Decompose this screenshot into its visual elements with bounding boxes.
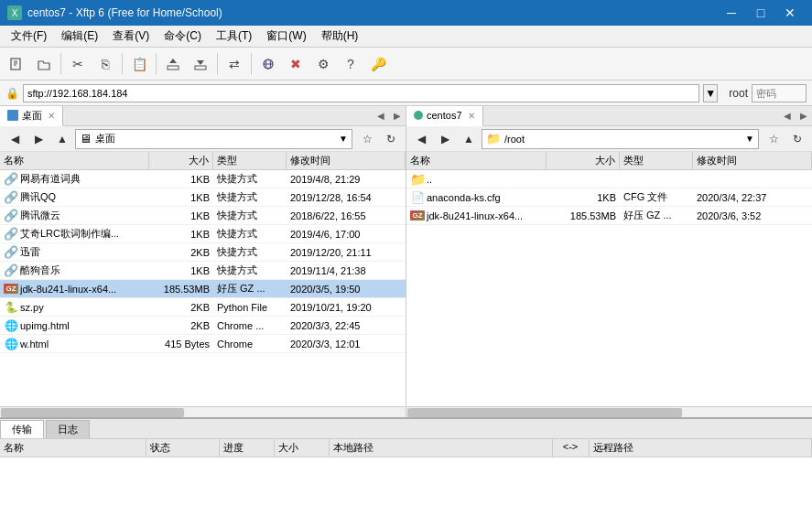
- remote-path-dropdown-arrow: ▼: [745, 134, 754, 144]
- local-file-row[interactable]: 🌐 upimg.html 2KB Chrome ... 2020/3/3, 22…: [0, 317, 406, 335]
- centos-icon: [414, 111, 423, 120]
- local-tab-label: 桌面: [22, 109, 42, 123]
- local-back-button[interactable]: ◀: [4, 129, 26, 149]
- transfer-col-arrow: <->: [553, 439, 590, 457]
- remote-file-row[interactable]: GZ jdk-8u241-linux-x64... 185.53MB 好压 GZ…: [406, 207, 812, 225]
- remote-col-size[interactable]: 大小: [547, 152, 620, 169]
- transfer-col-progress: 进度: [220, 439, 275, 457]
- local-col-size[interactable]: 大小: [149, 152, 213, 169]
- local-file-list[interactable]: 名称 大小 类型 修改时间 🔗 网易有道词典 1KB 快捷方式 2019/4/8…: [0, 152, 406, 406]
- local-hscroll[interactable]: [0, 406, 406, 417]
- sync-button[interactable]: ⇄: [222, 51, 247, 77]
- paste-button[interactable]: 📋: [126, 51, 152, 77]
- remote-prev-tab[interactable]: ◀: [779, 106, 796, 126]
- help-button[interactable]: ?: [338, 51, 363, 77]
- local-tab-bar: 桌面 ✕ ◀ ▶: [0, 106, 406, 126]
- menu-view[interactable]: 查看(V): [105, 27, 157, 46]
- svg-rect-4: [168, 66, 179, 70]
- local-tab-close[interactable]: ✕: [48, 111, 55, 121]
- local-file-row[interactable]: GZ jdk-8u241-linux-x64... 185.53MB 好压 GZ…: [0, 280, 406, 298]
- disconnect-button[interactable]: ✖: [283, 51, 309, 77]
- download-button[interactable]: [188, 51, 213, 77]
- close-button[interactable]: ✕: [775, 0, 805, 26]
- local-file-row[interactable]: 🔗 腾讯QQ 1KB 快捷方式 2019/12/28, 16:54: [0, 188, 406, 207]
- remote-file-row[interactable]: 📁 ..: [406, 170, 812, 188]
- cut-button[interactable]: ✂: [65, 51, 91, 77]
- remote-next-tab[interactable]: ▶: [796, 106, 812, 126]
- local-nav-bar: ◀ ▶ ▲ 🖥 桌面 ▼ ☆ ↻: [0, 126, 406, 152]
- local-tab-desktop[interactable]: 桌面 ✕: [0, 106, 63, 126]
- upload-button[interactable]: [160, 51, 186, 77]
- svg-rect-0: [11, 59, 20, 70]
- local-forward-button[interactable]: ▶: [27, 129, 49, 149]
- local-file-row[interactable]: 🔗 网易有道词典 1KB 快捷方式 2019/4/8, 21:29: [0, 170, 406, 188]
- transfer-tab-log[interactable]: 日志: [46, 420, 90, 438]
- open-button[interactable]: [31, 51, 57, 77]
- transfer-col-size: 大小: [275, 439, 330, 457]
- local-file-row[interactable]: 🐍 sz.py 2KB Python File 2019/10/21, 19:2…: [0, 298, 406, 317]
- local-next-tab[interactable]: ▶: [389, 106, 406, 126]
- remote-back-button[interactable]: ◀: [410, 129, 432, 149]
- remote-file-row[interactable]: 📄 anaconda-ks.cfg 1KB CFG 文件 2020/3/4, 2…: [406, 188, 812, 207]
- local-up-button[interactable]: ▲: [51, 129, 73, 149]
- desktop-icon: [7, 110, 18, 121]
- menu-tools[interactable]: 工具(T): [209, 27, 259, 46]
- menu-file[interactable]: 文件(F): [4, 27, 54, 46]
- license-button[interactable]: 🔑: [365, 51, 391, 77]
- maximize-button[interactable]: □: [746, 0, 775, 26]
- globe-button[interactable]: [255, 51, 281, 77]
- remote-path-dropdown[interactable]: 📁 /root ▼: [482, 129, 759, 149]
- menu-edit[interactable]: 编辑(E): [54, 27, 105, 46]
- local-file-row[interactable]: 🌐 w.html 415 Bytes Chrome 2020/3/3, 12:0…: [0, 335, 406, 353]
- toolbar: ✂ ⎘ 📋 ⇄ ✖ ⚙ ? 🔑: [0, 48, 812, 81]
- remote-tab-close[interactable]: ✕: [468, 111, 475, 121]
- local-bookmark-button[interactable]: ☆: [356, 129, 378, 149]
- remote-forward-button[interactable]: ▶: [434, 129, 456, 149]
- remote-file-list[interactable]: 名称 大小 类型 修改时间 📁 .. 📄 anaconda-ks.cfg 1KB…: [406, 152, 812, 406]
- address-input[interactable]: [23, 84, 699, 102]
- remote-col-type[interactable]: 类型: [620, 152, 693, 169]
- local-file-row[interactable]: 🔗 酷狗音乐 1KB 快捷方式 2019/11/4, 21:38: [0, 262, 406, 280]
- menu-command[interactable]: 命令(C): [157, 27, 209, 46]
- menu-bar: 文件(F) 编辑(E) 查看(V) 命令(C) 工具(T) 窗口(W) 帮助(H…: [0, 26, 812, 48]
- password-input[interactable]: [752, 84, 807, 102]
- transfer-col-name: 名称: [0, 439, 146, 457]
- remote-tab-bar: centos7 ✕ ◀ ▶: [406, 106, 812, 126]
- local-col-name[interactable]: 名称: [0, 152, 149, 169]
- remote-refresh-button[interactable]: ↻: [786, 129, 808, 149]
- local-file-row[interactable]: 🔗 艾奇LRC歌词制作编... 1KB 快捷方式 2019/4/6, 17:00: [0, 225, 406, 243]
- title-bar: X centos7 - Xftp 6 (Free for Home/School…: [0, 0, 812, 26]
- remote-up-button[interactable]: ▲: [458, 129, 480, 149]
- user-label: root: [729, 87, 748, 100]
- panes-area: 桌面 ✕ ◀ ▶ ◀ ▶ ▲ 🖥 桌面 ▼ ☆ ↻ 名称 大小 类型: [0, 106, 812, 417]
- local-refresh-button[interactable]: ↻: [380, 129, 402, 149]
- remote-hscroll[interactable]: [406, 406, 812, 417]
- lock-icon: 🔒: [5, 87, 19, 100]
- transfer-tab-transfer[interactable]: 传输: [0, 420, 44, 438]
- local-file-header: 名称 大小 类型 修改时间: [0, 152, 406, 170]
- remote-bookmark-button[interactable]: ☆: [763, 129, 785, 149]
- transfer-body: [0, 457, 812, 527]
- svg-rect-6: [195, 66, 206, 70]
- window-controls: ─ □ ✕: [717, 0, 805, 26]
- copy-button[interactable]: ⎘: [92, 51, 118, 77]
- new-session-button[interactable]: [4, 51, 29, 77]
- remote-col-date[interactable]: 修改时间: [693, 152, 812, 169]
- transfer-col-local: 本地路径: [330, 439, 553, 457]
- svg-marker-7: [197, 60, 204, 65]
- local-file-row[interactable]: 🔗 腾讯微云 1KB 快捷方式 2018/6/22, 16:55: [0, 207, 406, 225]
- local-col-type[interactable]: 类型: [213, 152, 287, 169]
- local-file-row[interactable]: 🔗 迅雷 2KB 快捷方式 2019/12/20, 21:11: [0, 243, 406, 262]
- local-col-date[interactable]: 修改时间: [287, 152, 406, 169]
- remote-tab-nav: ◀ ▶: [779, 106, 812, 126]
- menu-window[interactable]: 窗口(W): [259, 27, 313, 46]
- remote-tab-centos7[interactable]: centos7 ✕: [406, 106, 483, 126]
- menu-help[interactable]: 帮助(H): [314, 27, 366, 46]
- local-prev-tab[interactable]: ◀: [373, 106, 389, 126]
- local-path-dropdown[interactable]: 🖥 桌面 ▼: [75, 129, 352, 149]
- remote-col-name[interactable]: 名称: [406, 152, 547, 169]
- minimize-button[interactable]: ─: [717, 0, 746, 26]
- settings-button[interactable]: ⚙: [310, 51, 336, 77]
- address-dropdown[interactable]: ▼: [703, 84, 718, 102]
- window-title: centos7 - Xftp 6 (Free for Home/School): [27, 6, 222, 19]
